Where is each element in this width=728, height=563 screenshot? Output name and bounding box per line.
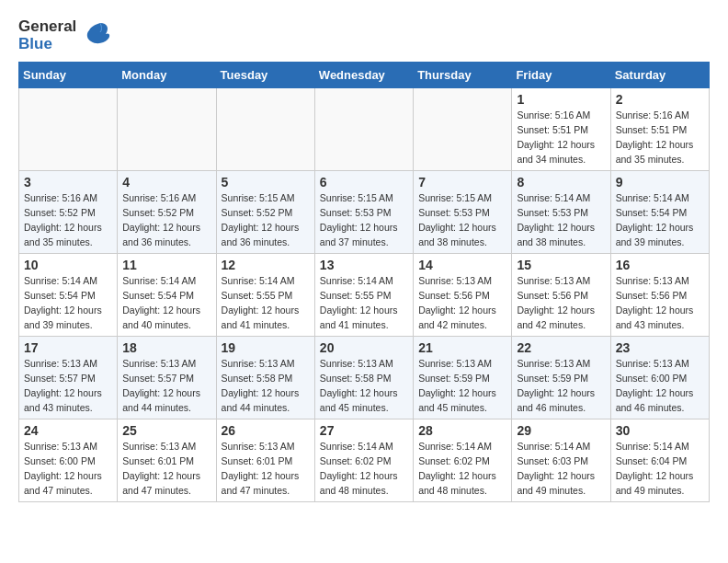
day-number: 23 [616, 340, 704, 355]
calendar-day-cell [118, 88, 216, 171]
day-number: 7 [418, 175, 506, 190]
calendar-day-cell: 8Sunrise: 5:14 AM Sunset: 5:53 PM Daylig… [512, 171, 610, 254]
day-info: Sunrise: 5:16 AM Sunset: 5:52 PM Dayligh… [122, 191, 210, 249]
day-number: 1 [517, 92, 605, 107]
calendar-day-cell: 12Sunrise: 5:14 AM Sunset: 5:55 PM Dayli… [216, 254, 314, 337]
calendar-day-cell: 25Sunrise: 5:13 AM Sunset: 6:01 PM Dayli… [118, 419, 216, 502]
day-number: 27 [320, 423, 408, 438]
calendar-week-row: 3Sunrise: 5:16 AM Sunset: 5:52 PM Daylig… [19, 171, 710, 254]
day-number: 17 [24, 340, 112, 355]
day-info: Sunrise: 5:15 AM Sunset: 5:52 PM Dayligh… [222, 191, 310, 249]
day-number: 9 [616, 175, 704, 190]
day-number: 6 [320, 175, 408, 190]
calendar-day-cell: 26Sunrise: 5:13 AM Sunset: 6:01 PM Dayli… [216, 419, 314, 502]
calendar-day-cell: 19Sunrise: 5:13 AM Sunset: 5:58 PM Dayli… [216, 337, 314, 419]
weekday-header-cell: Wednesday [314, 63, 413, 88]
day-info: Sunrise: 5:14 AM Sunset: 5:55 PM Dayligh… [222, 274, 310, 332]
calendar-day-cell: 9Sunrise: 5:14 AM Sunset: 5:54 PM Daylig… [610, 171, 709, 254]
day-number: 29 [517, 423, 605, 438]
day-number: 13 [320, 258, 408, 272]
day-number: 24 [24, 423, 112, 438]
weekday-header-cell: Monday [118, 63, 216, 88]
calendar-day-cell: 24Sunrise: 5:13 AM Sunset: 6:00 PM Dayli… [19, 419, 118, 502]
day-number: 16 [616, 258, 704, 272]
day-info: Sunrise: 5:13 AM Sunset: 5:59 PM Dayligh… [418, 357, 506, 415]
calendar-day-cell: 7Sunrise: 5:15 AM Sunset: 5:53 PM Daylig… [414, 171, 512, 254]
day-number: 5 [222, 175, 310, 190]
day-info: Sunrise: 5:13 AM Sunset: 6:00 PM Dayligh… [616, 357, 704, 415]
calendar-day-cell [414, 88, 512, 171]
day-number: 3 [24, 175, 112, 190]
day-info: Sunrise: 5:13 AM Sunset: 6:01 PM Dayligh… [122, 440, 210, 498]
day-info: Sunrise: 5:14 AM Sunset: 6:04 PM Dayligh… [616, 440, 704, 498]
calendar-day-cell: 16Sunrise: 5:13 AM Sunset: 5:56 PM Dayli… [610, 254, 709, 337]
calendar-week-row: 17Sunrise: 5:13 AM Sunset: 5:57 PM Dayli… [19, 337, 710, 419]
calendar-day-cell: 6Sunrise: 5:15 AM Sunset: 5:53 PM Daylig… [314, 171, 413, 254]
day-info: Sunrise: 5:14 AM Sunset: 6:02 PM Dayligh… [320, 440, 408, 498]
day-number: 25 [122, 423, 210, 438]
calendar-day-cell: 5Sunrise: 5:15 AM Sunset: 5:52 PM Daylig… [216, 171, 314, 254]
calendar-day-cell: 14Sunrise: 5:13 AM Sunset: 5:56 PM Dayli… [414, 254, 512, 337]
calendar-day-cell: 1Sunrise: 5:16 AM Sunset: 5:51 PM Daylig… [512, 88, 610, 171]
day-info: Sunrise: 5:14 AM Sunset: 6:03 PM Dayligh… [517, 440, 605, 498]
day-number: 30 [616, 423, 704, 438]
day-number: 19 [222, 340, 310, 355]
calendar-day-cell: 30Sunrise: 5:14 AM Sunset: 6:04 PM Dayli… [610, 419, 709, 502]
day-info: Sunrise: 5:13 AM Sunset: 5:57 PM Dayligh… [122, 357, 210, 415]
calendar-day-cell: 13Sunrise: 5:14 AM Sunset: 5:55 PM Dayli… [314, 254, 413, 337]
day-info: Sunrise: 5:13 AM Sunset: 6:01 PM Dayligh… [222, 440, 310, 498]
day-info: Sunrise: 5:16 AM Sunset: 5:51 PM Dayligh… [517, 109, 605, 167]
calendar-day-cell: 21Sunrise: 5:13 AM Sunset: 5:59 PM Dayli… [414, 337, 512, 419]
day-info: Sunrise: 5:15 AM Sunset: 5:53 PM Dayligh… [320, 191, 408, 249]
day-number: 21 [418, 340, 506, 355]
weekday-header-cell: Saturday [610, 63, 709, 88]
logo-blue: Blue [18, 36, 76, 53]
calendar-week-row: 1Sunrise: 5:16 AM Sunset: 5:51 PM Daylig… [19, 88, 710, 171]
day-number: 26 [222, 423, 310, 438]
day-number: 2 [616, 92, 704, 107]
calendar-week-row: 10Sunrise: 5:14 AM Sunset: 5:54 PM Dayli… [19, 254, 710, 337]
calendar-day-cell [19, 88, 118, 171]
weekday-header-row: SundayMondayTuesdayWednesdayThursdayFrid… [19, 63, 710, 88]
calendar-body: 1Sunrise: 5:16 AM Sunset: 5:51 PM Daylig… [19, 88, 710, 502]
weekday-header-cell: Friday [512, 63, 610, 88]
day-info: Sunrise: 5:14 AM Sunset: 5:53 PM Dayligh… [517, 191, 605, 249]
calendar-day-cell: 22Sunrise: 5:13 AM Sunset: 5:59 PM Dayli… [512, 337, 610, 419]
day-info: Sunrise: 5:13 AM Sunset: 5:59 PM Dayligh… [517, 357, 605, 415]
day-info: Sunrise: 5:13 AM Sunset: 5:58 PM Dayligh… [320, 357, 408, 415]
logo-general: General [18, 18, 76, 36]
calendar-day-cell: 18Sunrise: 5:13 AM Sunset: 5:57 PM Dayli… [118, 337, 216, 419]
logo: General Blue [18, 18, 111, 52]
day-info: Sunrise: 5:13 AM Sunset: 5:57 PM Dayligh… [24, 357, 112, 415]
calendar-week-row: 24Sunrise: 5:13 AM Sunset: 6:00 PM Dayli… [19, 419, 710, 502]
day-info: Sunrise: 5:14 AM Sunset: 5:54 PM Dayligh… [122, 274, 210, 332]
calendar-day-cell: 28Sunrise: 5:14 AM Sunset: 6:02 PM Dayli… [414, 419, 512, 502]
calendar-day-cell: 11Sunrise: 5:14 AM Sunset: 5:54 PM Dayli… [118, 254, 216, 337]
day-info: Sunrise: 5:14 AM Sunset: 5:55 PM Dayligh… [320, 274, 408, 332]
day-number: 11 [122, 258, 210, 272]
day-number: 20 [320, 340, 408, 355]
calendar-day-cell: 3Sunrise: 5:16 AM Sunset: 5:52 PM Daylig… [19, 171, 118, 254]
calendar-day-cell [216, 88, 314, 171]
day-number: 22 [517, 340, 605, 355]
calendar-day-cell: 4Sunrise: 5:16 AM Sunset: 5:52 PM Daylig… [118, 171, 216, 254]
calendar-day-cell: 17Sunrise: 5:13 AM Sunset: 5:57 PM Dayli… [19, 337, 118, 419]
day-number: 4 [122, 175, 210, 190]
weekday-header-cell: Thursday [414, 63, 512, 88]
day-info: Sunrise: 5:16 AM Sunset: 5:51 PM Dayligh… [616, 109, 704, 167]
day-info: Sunrise: 5:14 AM Sunset: 6:02 PM Dayligh… [418, 440, 506, 498]
calendar-table: SundayMondayTuesdayWednesdayThursdayFrid… [18, 62, 710, 502]
day-number: 14 [418, 258, 506, 272]
calendar-day-cell: 29Sunrise: 5:14 AM Sunset: 6:03 PM Dayli… [512, 419, 610, 502]
day-info: Sunrise: 5:13 AM Sunset: 5:56 PM Dayligh… [616, 274, 704, 332]
calendar-day-cell: 27Sunrise: 5:14 AM Sunset: 6:02 PM Dayli… [314, 419, 413, 502]
day-number: 12 [222, 258, 310, 272]
day-info: Sunrise: 5:14 AM Sunset: 5:54 PM Dayligh… [24, 274, 112, 332]
day-info: Sunrise: 5:13 AM Sunset: 6:00 PM Dayligh… [24, 440, 112, 498]
calendar-day-cell: 2Sunrise: 5:16 AM Sunset: 5:51 PM Daylig… [610, 88, 709, 171]
day-number: 10 [24, 258, 112, 272]
day-info: Sunrise: 5:14 AM Sunset: 5:54 PM Dayligh… [616, 191, 704, 249]
day-info: Sunrise: 5:13 AM Sunset: 5:56 PM Dayligh… [418, 274, 506, 332]
calendar-day-cell: 20Sunrise: 5:13 AM Sunset: 5:58 PM Dayli… [314, 337, 413, 419]
day-number: 15 [517, 258, 605, 272]
